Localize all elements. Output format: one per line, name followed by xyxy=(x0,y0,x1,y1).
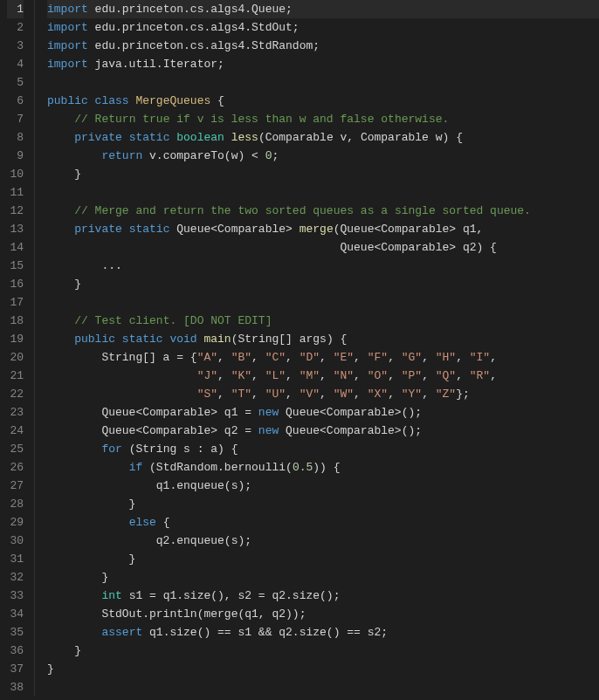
token-pun: , xyxy=(490,351,497,364)
code-line[interactable]: Queue<Comparable> q2 = new Queue<Compara… xyxy=(47,422,599,440)
line-number: 14 xyxy=(7,238,24,257)
token-pun: , xyxy=(217,388,231,401)
line-number: 15 xyxy=(7,257,24,275)
code-line[interactable]: } xyxy=(47,660,599,678)
token-pun xyxy=(47,626,101,639)
token-pun: , xyxy=(320,388,334,401)
code-line[interactable]: public class MergeQueues { xyxy=(47,92,599,110)
token-pun: , xyxy=(286,369,300,382)
token-pun: ; xyxy=(272,149,279,162)
token-pun: , xyxy=(490,369,497,382)
code-line[interactable]: import edu.princeton.cs.algs4.Queue; xyxy=(47,0,599,18)
line-number: 10 xyxy=(7,165,24,183)
token-clsn: MergeQueues xyxy=(135,94,210,107)
line-number: 25 xyxy=(7,440,24,458)
token-pun: , xyxy=(354,369,368,382)
token-kw: assert xyxy=(101,626,142,639)
token-str: "V" xyxy=(300,388,320,401)
code-line[interactable]: import java.util.Iterator; xyxy=(47,55,599,73)
code-line[interactable]: return v.compareTo(w) < 0; xyxy=(47,147,599,165)
token-pun: , xyxy=(388,351,402,364)
token-type: int xyxy=(101,589,121,602)
code-line[interactable]: } xyxy=(47,568,599,587)
token-kw: private static xyxy=(74,131,176,144)
line-number: 29 xyxy=(7,513,24,532)
code-line[interactable] xyxy=(47,678,599,697)
code-line[interactable]: int s1 = q1.size(), s2 = q2.size(); xyxy=(47,587,599,605)
token-kw: new xyxy=(258,406,279,419)
token-pun: q1.size() == s1 && q2.size() == s2; xyxy=(142,626,388,639)
code-line[interactable]: private static Queue<Comparable> merge(Q… xyxy=(47,220,599,238)
code-area[interactable]: import edu.princeton.cs.algs4.Queue;impo… xyxy=(35,0,599,697)
token-pun: , xyxy=(320,369,334,382)
token-pun: } xyxy=(47,278,81,291)
token-pun: , xyxy=(251,388,265,401)
token-str: "F" xyxy=(368,351,388,364)
code-line[interactable]: } xyxy=(47,550,599,568)
token-str: "J" xyxy=(197,369,217,382)
code-line[interactable]: Queue<Comparable> q2) { xyxy=(47,238,599,257)
token-pun xyxy=(47,223,74,236)
token-pun: ... xyxy=(47,259,122,272)
line-number: 1 xyxy=(7,0,24,18)
token-pun: java.util.Iterator; xyxy=(88,58,224,71)
code-line[interactable]: String[] a = {"A", "B", "C", "D", "E", "… xyxy=(47,348,599,367)
line-number: 36 xyxy=(7,642,24,660)
code-line[interactable]: // Merge and return the two sorted queue… xyxy=(47,202,599,220)
token-str: "W" xyxy=(334,388,354,401)
code-line[interactable]: import edu.princeton.cs.algs4.StdOut; xyxy=(47,18,599,37)
code-line[interactable]: public static void main(String[] args) { xyxy=(47,330,599,348)
token-pun xyxy=(47,314,74,327)
token-kw: import xyxy=(47,39,88,52)
code-line[interactable]: Queue<Comparable> q1 = new Queue<Compara… xyxy=(47,403,599,422)
token-pun: edu.princeton.cs.algs4.StdOut; xyxy=(88,21,300,34)
code-line[interactable]: assert q1.size() == s1 && q2.size() == s… xyxy=(47,623,599,642)
code-line[interactable]: } xyxy=(47,165,599,183)
code-line[interactable]: } xyxy=(47,642,599,660)
code-line[interactable]: for (String s : a) { xyxy=(47,440,599,458)
token-pun: } xyxy=(47,644,81,657)
code-line[interactable]: ... xyxy=(47,257,599,275)
code-line[interactable] xyxy=(47,73,599,92)
code-line[interactable]: q2.enqueue(s); xyxy=(47,532,599,550)
token-str: "U" xyxy=(265,388,286,401)
token-pun xyxy=(47,131,74,144)
token-pun: s1 = q1.size(), s2 = q2.size(); xyxy=(122,589,341,602)
line-number: 33 xyxy=(7,587,24,605)
code-line[interactable]: private static boolean less(Comparable v… xyxy=(47,128,599,147)
token-str: "A" xyxy=(197,351,217,364)
token-pun: { xyxy=(210,94,224,107)
token-str: "L" xyxy=(265,369,286,382)
line-number: 12 xyxy=(7,202,24,220)
code-line[interactable]: StdOut.println(merge(q1, q2)); xyxy=(47,605,599,623)
token-kw: if xyxy=(129,461,143,474)
token-str: "H" xyxy=(436,351,456,364)
token-pun: , xyxy=(456,369,470,382)
line-number: 7 xyxy=(7,110,24,128)
code-line[interactable] xyxy=(47,293,599,312)
token-str: "M" xyxy=(300,369,320,382)
code-line[interactable]: // Return true if v is less than w and f… xyxy=(47,110,599,128)
token-pun: edu.princeton.cs.algs4.StdRandom; xyxy=(88,39,320,52)
code-line[interactable]: } xyxy=(47,275,599,293)
code-line[interactable] xyxy=(47,183,599,202)
line-number: 13 xyxy=(7,220,24,238)
code-line[interactable]: if (StdRandom.bernoulli(0.5)) { xyxy=(47,458,599,477)
code-line[interactable]: q1.enqueue(s); xyxy=(47,477,599,495)
code-line[interactable]: else { xyxy=(47,513,599,532)
line-number: 24 xyxy=(7,422,24,440)
code-line[interactable]: "J", "K", "L", "M", "N", "O", "P", "Q", … xyxy=(47,367,599,385)
code-line[interactable]: "S", "T", "U", "V", "W", "X", "Y", "Z"}; xyxy=(47,385,599,403)
code-line[interactable]: // Test client. [DO NOT EDIT] xyxy=(47,312,599,330)
token-name: less xyxy=(231,131,258,144)
token-str: "R" xyxy=(470,369,490,382)
token-cmt: // Return true if v is less than w and f… xyxy=(74,113,449,126)
token-pun xyxy=(47,113,74,126)
code-line[interactable]: } xyxy=(47,495,599,513)
code-line[interactable]: import edu.princeton.cs.algs4.StdRandom; xyxy=(47,37,599,55)
token-pun: )) { xyxy=(313,461,340,474)
token-pun: } xyxy=(47,552,135,566)
token-name: merge xyxy=(300,223,334,236)
line-number: 30 xyxy=(7,532,24,550)
token-pun: }; xyxy=(456,388,470,401)
